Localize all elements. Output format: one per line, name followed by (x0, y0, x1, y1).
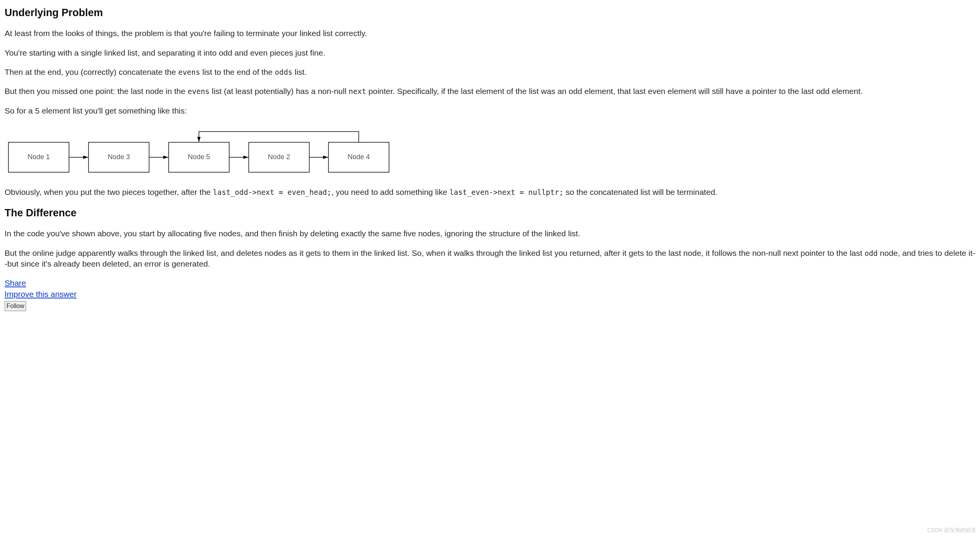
diagram-node-4: Node 2 (268, 153, 290, 161)
inline-code: last_even->next = nullptr; (450, 188, 563, 196)
linked-list-diagram: Node 1 Node 3 Node 5 Node 2 Node 4 (5, 127, 975, 176)
text: But then you missed one point: the last … (5, 87, 187, 96)
paragraph: At least from the looks of things, the p… (5, 28, 975, 39)
paragraph: So for a 5 element list you'll get somet… (5, 105, 975, 116)
section-the-difference-title: The Difference (5, 206, 975, 220)
text: list. (292, 68, 307, 76)
inline-code: odd (865, 249, 878, 257)
paragraph: Then at the end, you (correctly) concate… (5, 67, 975, 77)
inline-code: next (349, 87, 366, 96)
diagram-node-1: Node 1 (28, 153, 50, 161)
paragraph: You're starting with a single linked lis… (5, 48, 975, 58)
diagram-node-3: Node 5 (188, 153, 210, 161)
text: But the online judge apparently walks th… (5, 249, 865, 257)
share-link[interactable]: Share (5, 278, 26, 288)
inline-code: evens (187, 87, 209, 96)
paragraph: But then you missed one point: the last … (5, 86, 975, 97)
diagram-node-2: Node 3 (108, 153, 130, 161)
paragraph: But the online judge apparently walks th… (5, 248, 975, 270)
diagram-node-5: Node 4 (348, 153, 370, 161)
follow-button[interactable]: Follow (5, 301, 26, 311)
text: list (at least potentially) has a non-nu… (210, 87, 349, 96)
paragraph: In the code you've shown above, you star… (5, 228, 975, 239)
text: Obviously, when you put the two pieces t… (5, 188, 213, 196)
post-actions: Share Improve this answer Follow (5, 278, 975, 311)
improve-answer-link[interactable]: Improve this answer (5, 289, 77, 300)
inline-code: last_odd->next = even_head; (213, 188, 332, 196)
section-underlying-problem-title: Underlying Problem (5, 6, 975, 20)
inline-code: evens (178, 68, 200, 76)
text: pointer. Specifically, if the last eleme… (366, 87, 862, 96)
text: so the concatenated list will be termina… (563, 188, 717, 196)
text: list to the end of the (200, 68, 275, 76)
text: Then at the end, you (correctly) concate… (5, 68, 178, 76)
inline-code: odds (275, 68, 292, 76)
paragraph: Obviously, when you put the two pieces t… (5, 187, 975, 198)
text: , you need to add something like (331, 188, 449, 196)
